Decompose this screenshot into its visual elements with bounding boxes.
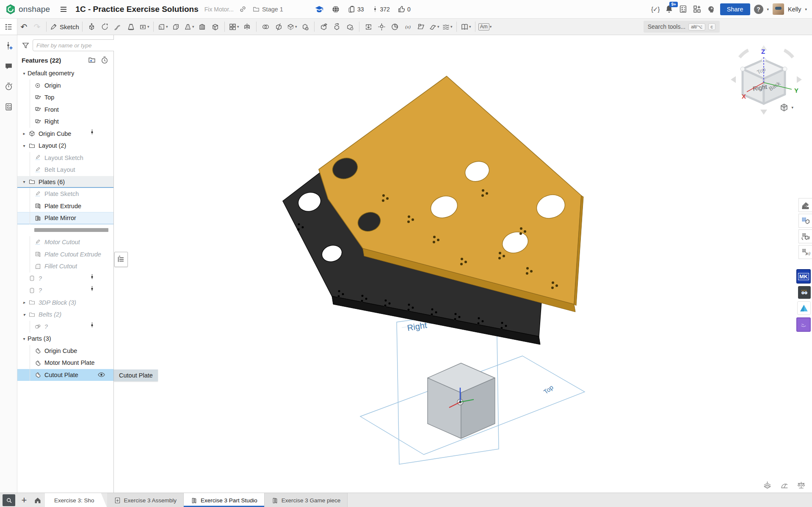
view-options-caret-icon[interactable]: ▾ xyxy=(791,105,793,110)
tree-item-unknown-feature-2[interactable]: ? xyxy=(17,284,113,297)
search-tools[interactable]: Search tools... alt/⌥ c xyxy=(644,21,720,33)
undo-button[interactable]: ↶ xyxy=(18,20,30,33)
offset-surface-dropdown-icon[interactable]: ▾ xyxy=(437,25,439,29)
history-button[interactable] xyxy=(3,81,14,92)
help-caret-icon[interactable]: ▾ xyxy=(767,7,769,11)
tree-item-plane-top[interactable]: Top xyxy=(17,91,113,104)
surface-tools-button[interactable]: ▾ xyxy=(460,20,472,33)
chevron-right-icon[interactable]: ▸ xyxy=(21,300,28,305)
tree-item-part-cutout-plate[interactable]: Cutout Plate xyxy=(17,369,113,381)
appearance-panel-button[interactable] xyxy=(798,198,812,212)
graphics-viewport[interactable]: Right Top xyxy=(114,35,812,493)
learning-center-icon[interactable] xyxy=(315,5,324,14)
delete-face-button[interactable] xyxy=(344,20,356,33)
loft-button[interactable] xyxy=(125,20,137,33)
chevron-down-icon[interactable]: ▾ xyxy=(21,143,28,148)
notes-button[interactable] xyxy=(3,101,14,112)
tree-item-default-geometry[interactable]: ▾Default geometry xyxy=(17,67,113,80)
tree-item-belt-layout[interactable]: Belt Layout xyxy=(17,164,113,176)
rollback-handle-popout[interactable] xyxy=(114,252,128,267)
sweep-button[interactable] xyxy=(112,20,124,33)
new-tab-button[interactable]: + xyxy=(18,493,30,507)
tab-manager-button[interactable] xyxy=(3,494,15,506)
offset-surface-button[interactable]: ▾ xyxy=(428,20,440,33)
tree-item-plane-front[interactable]: Front xyxy=(17,104,113,116)
tab-exercise-3-sho[interactable]: Exercise 3: Sho xyxy=(45,493,107,507)
import-derived-button[interactable] xyxy=(362,20,375,33)
filter-input[interactable] xyxy=(33,39,116,51)
revolve-button[interactable] xyxy=(99,20,111,33)
chevron-down-icon[interactable]: ▾ xyxy=(21,71,28,76)
tree-item-plate-sketch[interactable]: Plate Sketch xyxy=(17,188,113,200)
rib-button[interactable] xyxy=(196,20,208,33)
tree-item-origin-cube-feature[interactable]: ▸Origin Cube xyxy=(17,128,113,140)
redo-button[interactable]: ↷ xyxy=(31,20,43,33)
draft-dropdown-icon[interactable]: ▾ xyxy=(192,25,194,29)
tree-item-origin[interactable]: Origin xyxy=(17,80,113,92)
helix-button[interactable] xyxy=(389,20,401,33)
thicken-button[interactable]: ▾ xyxy=(138,20,150,33)
public-icon[interactable] xyxy=(331,5,340,14)
sketch-button[interactable]: Sketch xyxy=(50,20,79,33)
support-icon[interactable] xyxy=(706,4,716,14)
view-options-menu[interactable]: ▾ xyxy=(779,103,793,112)
tab-exercise-3-game-piece[interactable]: Exercise 3 Game piece xyxy=(265,493,348,507)
suppress-handle-icon[interactable] xyxy=(89,129,96,138)
chamfer-button[interactable] xyxy=(170,20,182,33)
feature-script-icon[interactable]: {✓} xyxy=(650,4,660,14)
section-view-button[interactable] xyxy=(762,480,772,490)
mass-properties-button[interactable] xyxy=(796,480,806,490)
extrude-button[interactable] xyxy=(86,20,98,33)
tree-item-part-origin-cube[interactable]: Origin Cube xyxy=(17,345,113,357)
notifications-button[interactable]: 9+ xyxy=(664,4,674,14)
chevron-down-icon[interactable]: ▾ xyxy=(21,179,28,184)
tree-item-part-motor-mount-plate[interactable]: Motor Mount Plate xyxy=(17,357,113,369)
curves-button[interactable]: ▾ xyxy=(441,20,453,33)
frame-tool-button[interactable] xyxy=(798,229,812,243)
chevron-down-icon[interactable]: ▾ xyxy=(21,312,28,317)
configuration-tool-button[interactable]: x) xyxy=(798,245,812,259)
copies-stat[interactable]: 33 xyxy=(348,5,364,13)
versions-stat[interactable]: 372 xyxy=(372,5,390,13)
variable-button[interactable]: (x) xyxy=(402,20,414,33)
history-icon[interactable] xyxy=(100,55,109,65)
tree-item-plate-cutout-extrude[interactable]: Plate Cutout Extrude xyxy=(17,248,113,261)
help-button[interactable]: ? xyxy=(754,5,763,14)
filter-icon[interactable] xyxy=(22,41,30,50)
tree-item-fillet-cutout[interactable]: Fillet Cutout xyxy=(17,260,113,273)
mk-app-button[interactable]: MK xyxy=(796,269,811,284)
link-icon[interactable] xyxy=(238,4,248,14)
tree-item-unknown-belt[interactable]: ? xyxy=(17,321,113,333)
new-folder-icon[interactable] xyxy=(87,55,97,65)
onshape-logo[interactable]: onshape xyxy=(5,4,50,15)
robot-app-button[interactable] xyxy=(798,286,811,299)
draft-button[interactable]: ▾ xyxy=(183,20,195,33)
assembly-context-button[interactable] xyxy=(376,20,388,33)
tree-item-plane-right[interactable]: Right xyxy=(17,116,113,128)
replace-face-button[interactable] xyxy=(331,20,343,33)
app-store-icon[interactable] xyxy=(692,4,702,14)
user-name[interactable]: Kelly xyxy=(788,6,801,13)
triangle-app-button[interactable] xyxy=(797,301,811,315)
home-tab-button[interactable] xyxy=(30,493,45,507)
tree-item-folder-layout[interactable]: ▾Layout (2) xyxy=(17,140,113,152)
tree-item-folder-belts[interactable]: ▾Belts (2) xyxy=(17,309,113,321)
tree-item-folder-plates[interactable]: ▾Plates (6) xyxy=(17,176,113,188)
tree-item-motor-cutout[interactable]: Motor Cutout xyxy=(17,236,113,248)
custom-features-button[interactable]: Am▾ xyxy=(478,20,492,33)
boolean-button[interactable] xyxy=(260,20,272,33)
chevron-down-icon[interactable]: ▾ xyxy=(21,336,28,341)
likes-stat[interactable]: 0 xyxy=(398,5,411,13)
suppress-handle-icon[interactable] xyxy=(89,274,96,283)
main-menu-icon[interactable] xyxy=(58,4,69,14)
transform-dropdown-icon[interactable]: ▾ xyxy=(295,25,297,29)
insert-version-button[interactable] xyxy=(3,40,14,51)
rollback-bar[interactable] xyxy=(34,228,108,232)
share-button[interactable]: Share xyxy=(720,3,750,15)
fillet-button[interactable]: ▾ xyxy=(157,20,169,33)
linear-pattern-dropdown-icon[interactable]: ▾ xyxy=(237,25,239,29)
tree-item-folder-3dp-block[interactable]: ▸3DP Block (3) xyxy=(17,297,113,309)
delete-part-button[interactable] xyxy=(299,20,311,33)
plane-button[interactable] xyxy=(415,20,427,33)
tree-item-unknown-feature-1[interactable]: ? xyxy=(17,273,113,285)
